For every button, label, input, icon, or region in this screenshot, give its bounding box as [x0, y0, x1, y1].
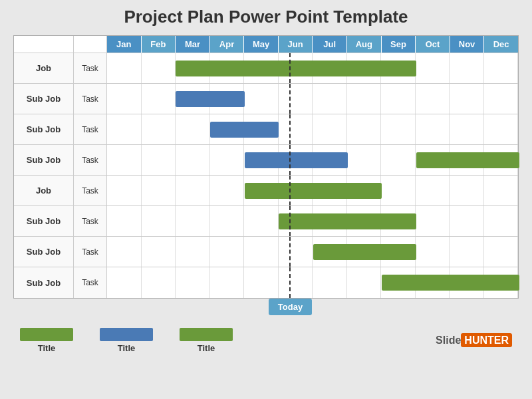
gantt-col	[416, 176, 450, 205]
gantt-bar	[210, 122, 279, 138]
gantt-row-area	[107, 267, 518, 298]
gantt-col	[142, 176, 176, 205]
table-row: JobTask	[14, 53, 518, 84]
gantt-bar	[416, 152, 519, 168]
gantt-col	[107, 53, 142, 83]
row-label: Sub Job	[14, 267, 74, 298]
gantt-col	[107, 145, 142, 175]
gantt-bar	[313, 244, 416, 260]
legend-label: Title	[118, 343, 136, 353]
table-row: Sub JobTask	[14, 206, 518, 237]
gantt-col	[176, 206, 210, 236]
month-Aug: Aug	[347, 36, 382, 53]
table-row: Sub JobTask	[14, 145, 518, 176]
gantt-col	[347, 114, 382, 144]
row-task: Task	[74, 176, 107, 205]
gantt-col	[416, 206, 450, 236]
gantt-col	[107, 114, 142, 144]
gantt-col	[142, 114, 176, 144]
logo-slide: Slide	[436, 334, 461, 346]
gantt-row-area	[107, 176, 518, 205]
gantt-col	[210, 267, 245, 298]
gantt-col	[381, 114, 416, 144]
today-line	[289, 145, 291, 175]
month-Oct: Oct	[416, 36, 450, 53]
month-Sep: Sep	[382, 36, 416, 53]
gantt-col	[416, 84, 450, 114]
legend-label: Title	[38, 343, 56, 353]
legend: TitleTitleTitle SlideHUNTER	[13, 328, 519, 353]
legend-item: Title	[180, 328, 233, 353]
today-line	[289, 267, 291, 298]
table-row: JobTask	[14, 176, 518, 206]
month-header-row: JanFebMarAprMayJunJulAugSepOctNovDec	[14, 36, 518, 53]
gantt-col	[107, 176, 142, 205]
gantt-col	[142, 237, 176, 267]
gantt-col	[484, 53, 519, 83]
today-line	[289, 176, 291, 205]
gantt-col	[176, 114, 210, 144]
logo-hunter: HUNTER	[461, 333, 512, 347]
gantt-col	[107, 237, 142, 267]
row-label: Sub Job	[14, 237, 74, 267]
gantt-col	[176, 267, 210, 298]
gantt-col	[484, 206, 519, 236]
gantt-col	[313, 267, 347, 298]
month-Apr: Apr	[210, 36, 245, 53]
gantt-col	[176, 237, 210, 267]
legend-item: Title	[100, 328, 153, 353]
month-Nov: Nov	[450, 36, 485, 53]
gantt-col	[450, 176, 484, 205]
gantt-col	[142, 145, 176, 175]
gantt-bar	[382, 275, 519, 291]
month-Mar: Mar	[176, 36, 210, 53]
gantt-col	[244, 84, 279, 114]
gantt-col	[484, 176, 519, 205]
gantt-col	[381, 145, 416, 175]
page-title: Project Plan Power Point Template	[124, 7, 408, 27]
row-label: Sub Job	[14, 206, 74, 236]
gantt-rows: JobTaskSub JobTaskSub JobTaskSub JobTask…	[14, 53, 518, 298]
gantt-col	[244, 237, 279, 267]
gantt-col	[210, 145, 245, 175]
gantt-col	[107, 84, 142, 114]
gantt-row-area	[107, 84, 518, 114]
gantt-col	[381, 176, 416, 205]
gantt-row-area	[107, 114, 518, 144]
gantt-col	[416, 114, 450, 144]
gantt-col	[244, 206, 279, 236]
gantt-bar	[245, 152, 348, 168]
table-row: Sub JobTask	[14, 114, 518, 145]
row-task: Task	[74, 84, 107, 114]
today-area: Today	[13, 299, 519, 323]
gantt-bar	[176, 91, 244, 107]
gantt-col	[347, 145, 382, 175]
logo-container: SlideHUNTER	[436, 334, 512, 346]
row-label: Sub Job	[14, 114, 74, 144]
gantt-col	[484, 114, 519, 144]
gantt-col	[484, 84, 519, 114]
row-task: Task	[74, 206, 107, 236]
gantt-col	[176, 176, 210, 205]
legend-color-box	[180, 328, 233, 341]
gantt-col	[347, 267, 382, 298]
gantt-col	[210, 206, 245, 236]
gantt-col	[176, 145, 210, 175]
today-line	[289, 114, 291, 144]
row-label: Job	[14, 53, 74, 83]
gantt-row-area	[107, 237, 518, 267]
gantt-col	[107, 206, 142, 236]
legend-color-box	[100, 328, 153, 341]
gantt-col	[142, 267, 176, 298]
table-row: Sub JobTask	[14, 237, 518, 267]
gantt-col	[450, 84, 484, 114]
gantt-col	[450, 206, 484, 236]
gantt-bar	[176, 61, 416, 76]
today-button[interactable]: Today	[269, 299, 312, 315]
gantt-col	[279, 267, 313, 298]
month-Dec: Dec	[484, 36, 518, 53]
gantt-bar	[279, 213, 416, 229]
row-task: Task	[74, 114, 107, 144]
gantt-col	[381, 84, 416, 114]
month-Jun: Jun	[279, 36, 313, 53]
